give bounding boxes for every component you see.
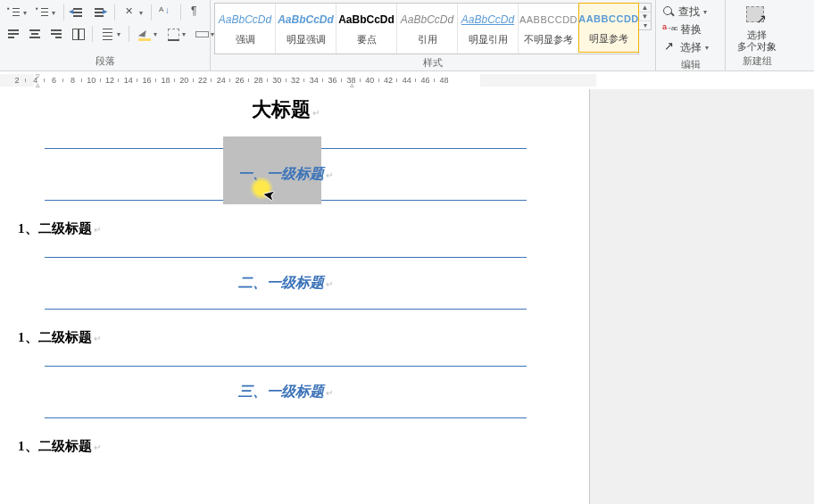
heading1-block: 一、一级标题 [45, 148, 527, 201]
tabs-button[interactable] [191, 24, 218, 44]
align-right-button[interactable] [46, 24, 66, 44]
ruler-tick: 42 [384, 74, 393, 87]
heading2-text[interactable]: 1、二级标题 [18, 329, 553, 346]
style-item-要点[interactable]: AaBbCcDd要点 [336, 4, 397, 54]
heading1-text[interactable]: 一、一级标题 [45, 149, 527, 200]
style-item-不明显参考[interactable]: AABBCCDD不明显参考 [519, 4, 579, 54]
borders-button[interactable] [162, 24, 189, 44]
group-styles-label: 样式 [214, 54, 652, 72]
select-button[interactable]: 选择 ▾ [660, 38, 711, 56]
replace-icon [662, 23, 677, 36]
ribbon: 段落 AaBbCcDd强调AaBbCcDd明显强调AaBbCcDd要点AaBbC… [0, 0, 814, 71]
horizontal-ruler[interactable]: ▿ ▵ ▵ 2468101214161820222426283032343638… [0, 71, 814, 89]
ruler-tick: 48 [439, 74, 448, 87]
heading2-text[interactable]: 1、二级标题 [18, 220, 553, 237]
page-background [589, 89, 814, 504]
style-item-引用[interactable]: AaBbCcDd引用 [397, 4, 458, 54]
outdent-button[interactable] [69, 3, 88, 22]
shading-button[interactable] [134, 24, 161, 44]
style-preview: AABBCCDD [578, 11, 639, 27]
ruler-tick: 18 [161, 74, 170, 87]
ruler-tick: 14 [124, 74, 133, 87]
style-label: 引用 [418, 33, 437, 46]
align-center-button[interactable] [25, 24, 45, 44]
ruler-tick: 20 [179, 74, 188, 87]
ruler-tick: 24 [217, 74, 226, 87]
ruler-tick: 22 [198, 74, 207, 87]
style-label: 明显参考 [589, 32, 628, 45]
group-editing: 查找 ▾ 替换 选择 ▾ 编辑 [656, 0, 726, 70]
sort-button[interactable] [156, 3, 176, 22]
select-multiple-objects-button[interactable]: 选择多个对象 [729, 3, 785, 53]
ruler-tick: 2 [12, 74, 21, 87]
ruler-settings-button[interactable] [120, 3, 146, 22]
gallery-up-icon[interactable]: ▲ [639, 4, 651, 12]
style-label: 不明显参考 [524, 33, 573, 46]
ruler-tick: 34 [310, 74, 319, 87]
ruler-tick: 6 [50, 74, 59, 87]
find-icon [662, 5, 675, 18]
style-preview: AaBbCcDd [219, 12, 271, 28]
style-preview: AaBbCcDd [338, 12, 395, 28]
style-label: 明显引用 [469, 33, 508, 46]
line-spacing-button[interactable] [97, 24, 124, 44]
align-justify-button[interactable] [68, 24, 87, 44]
style-preview: AaBbCcDd [461, 12, 514, 28]
ruler-tick: 10 [87, 74, 96, 87]
gallery-down-icon[interactable]: ▼ [639, 12, 651, 21]
style-preview: AaBbCcDd [278, 12, 334, 28]
document-page[interactable]: 大标题一、一级标题1、二级标题二、一级标题1、二级标题三、一级标题1、二级标题 [0, 89, 589, 504]
ruler-tick: 32 [291, 74, 300, 87]
style-item-强调[interactable]: AaBbCcDd强调 [215, 4, 276, 54]
style-label: 要点 [357, 33, 377, 46]
style-item-明显引用[interactable]: AaBbCcDd明显引用 [458, 4, 519, 54]
ruler-tick: 46 [421, 74, 430, 87]
styles-gallery-scroll[interactable]: ▲ ▼ ▾ [639, 3, 652, 30]
replace-button[interactable]: 替换 [660, 21, 704, 38]
heading1-text[interactable]: 二、一级标题 [45, 258, 527, 309]
ruler-tick: 4 [31, 74, 40, 87]
ruler-tick: 8 [68, 74, 77, 87]
heading1-text[interactable]: 三、一级标题 [45, 367, 527, 417]
document-area: 大标题一、一级标题1、二级标题二、一级标题1、二级标题三、一级标题1、二级标题 … [0, 89, 814, 504]
ruler-tick: 30 [272, 74, 281, 87]
ruler-tick: 28 [253, 74, 262, 87]
bullets-button[interactable] [4, 3, 30, 22]
group-newgroup: 选择多个对象 新建组 [726, 0, 788, 70]
style-preview: AaBbCcDd [401, 12, 453, 28]
style-label: 明显强调 [287, 33, 326, 46]
ruler-tick: 36 [328, 74, 337, 87]
ruler-tick: 38 [346, 74, 355, 87]
find-button[interactable]: 查找 ▾ [660, 3, 710, 21]
align-left-button[interactable] [4, 24, 23, 44]
select-objects-icon [744, 4, 769, 28]
indent-button[interactable] [90, 3, 110, 22]
group-paragraph: 段落 [0, 0, 211, 70]
group-paragraph-label: 段落 [4, 53, 206, 70]
heading2-text[interactable]: 1、二级标题 [18, 438, 553, 455]
style-preview: AABBCCDD [519, 12, 577, 28]
styles-gallery[interactable]: AaBbCcDd强调AaBbCcDd明显强调AaBbCcDd要点AaBbCcDd… [214, 3, 639, 54]
heading1-block: 三、一级标题 [45, 366, 527, 418]
ruler-tick: 16 [143, 74, 152, 87]
numbering-button[interactable] [32, 3, 59, 22]
ruler-tick: 44 [403, 74, 411, 87]
ruler-tick: 40 [365, 74, 374, 87]
style-item-明显参考[interactable]: AABBCCDD明显参考 [578, 3, 639, 53]
style-item-明显强调[interactable]: AaBbCcDd明显强调 [276, 4, 336, 54]
group-newgroup-label: 新建组 [729, 53, 785, 70]
ruler-tick: 26 [236, 74, 245, 87]
heading1-block: 二、一级标题 [45, 257, 527, 310]
document-title[interactable]: 大标题 [214, 96, 357, 123]
gallery-more-icon[interactable]: ▾ [639, 21, 651, 29]
group-styles: AaBbCcDd强调AaBbCcDd明显强调AaBbCcDd要点AaBbCcDd… [211, 0, 656, 70]
paragraph-mark-button[interactable] [186, 3, 205, 22]
cursor-icon [662, 41, 677, 54]
style-label: 强调 [236, 33, 255, 46]
ruler-tick: 12 [105, 74, 114, 87]
